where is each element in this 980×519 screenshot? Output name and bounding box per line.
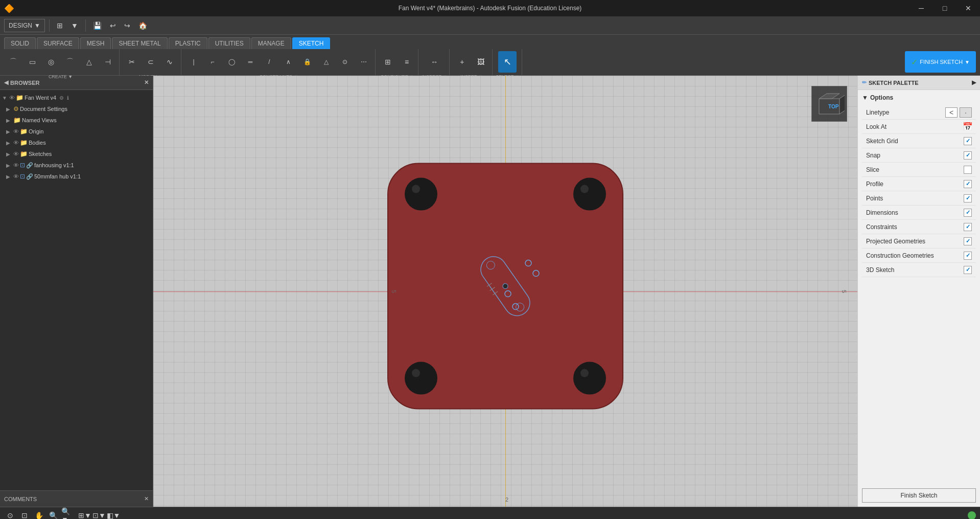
projected-geo-label: Projected Geometries: [866, 238, 925, 245]
coincident-btn[interactable]: ∧: [279, 51, 297, 73]
window-controls[interactable]: ─ □ ✕: [909, 0, 980, 16]
effects-btn[interactable]: ◧▼: [107, 509, 120, 520]
maximize-btn[interactable]: □: [933, 0, 956, 16]
lock-btn[interactable]: 🔒: [298, 51, 316, 73]
linetype-solid-btn[interactable]: <: [945, 107, 958, 118]
equal-btn[interactable]: ═: [241, 51, 260, 73]
close-btn[interactable]: ✕: [956, 0, 980, 16]
canvas-area[interactable]: 5 5 2 TOP: [153, 76, 857, 507]
insert-btn1[interactable]: +: [453, 51, 471, 73]
tab-manage[interactable]: MANAGE: [251, 37, 291, 49]
tree-item-root[interactable]: ▼ 👁 📁 Fan Went v4 ⚙ ℹ: [0, 92, 153, 103]
polygon-btn[interactable]: △: [80, 51, 98, 73]
parallel-btn[interactable]: /: [260, 51, 278, 73]
minimize-btn[interactable]: ─: [909, 0, 933, 16]
concentric-btn[interactable]: ⊙: [336, 51, 354, 73]
save-btn[interactable]: 💾: [90, 18, 105, 33]
finish-sketch-group: ✓ FINISH SKETCH ▼: [903, 49, 978, 75]
measure-btn[interactable]: ↔: [425, 51, 444, 73]
top-view-indicator[interactable]: TOP: [811, 86, 847, 122]
eye-icon[interactable]: 👁: [13, 151, 19, 157]
slot-btn[interactable]: ⊣: [99, 51, 117, 73]
linetype-dash-btn[interactable]: ·: [960, 107, 972, 118]
tab-plastic[interactable]: PLASTIC: [169, 37, 207, 49]
dimensions-checkbox[interactable]: [964, 209, 972, 217]
zoom-dropdown-btn[interactable]: 🔍▼: [61, 509, 77, 520]
tab-sheet-metal[interactable]: SHEET METAL: [112, 37, 167, 49]
3d-sketch-checkbox[interactable]: [964, 266, 972, 274]
info-icon[interactable]: ℹ: [67, 95, 69, 101]
tab-solid[interactable]: SOLID: [4, 37, 36, 49]
tab-surface[interactable]: SURFACE: [37, 37, 79, 49]
tree-item-fanhousing[interactable]: ▶ 👁 ⊡ 🔗 fanhousing v1:1: [0, 160, 153, 171]
eye-icon[interactable]: 👁: [13, 173, 19, 179]
points-checkbox[interactable]: [964, 194, 972, 202]
eye-icon[interactable]: 👁: [13, 162, 19, 168]
eye-icon[interactable]: 👁: [13, 128, 19, 134]
constraints-checkbox[interactable]: [964, 223, 972, 231]
bounding-box-btn[interactable]: ⊡: [18, 509, 31, 520]
circle-btn[interactable]: ◎: [42, 51, 60, 73]
tab-mesh[interactable]: MESH: [80, 37, 111, 49]
home-btn[interactable]: 🏠: [135, 18, 150, 33]
pan-btn[interactable]: ✋: [33, 509, 45, 520]
tab-utilities[interactable]: UTILITIES: [208, 37, 250, 49]
sketch-grid-checkbox[interactable]: [964, 137, 972, 145]
tree-item-named-views[interactable]: ▶ 📁 Named Views: [0, 115, 153, 126]
eye-icon[interactable]: 👁: [9, 95, 15, 101]
comments-toggle[interactable]: ✕: [144, 495, 149, 502]
tree-item-sketches[interactable]: ▶ 👁 📁 Sketches: [0, 148, 153, 160]
configure-btn1[interactable]: ⊞: [379, 51, 397, 73]
offset-btn[interactable]: ⊂: [142, 51, 160, 73]
undo-btn[interactable]: ↩: [107, 18, 119, 33]
select-btn[interactable]: ↖: [498, 51, 517, 73]
look-at-btn[interactable]: 📅: [964, 123, 972, 131]
create-label: CREATE ▼: [4, 73, 117, 79]
tab-sketch[interactable]: SKETCH: [292, 37, 331, 49]
symmetric-btn[interactable]: ⋯: [355, 51, 373, 73]
snap-checkbox[interactable]: [964, 151, 972, 160]
trim-btn[interactable]: ✂: [123, 51, 141, 73]
perpendicular-btn[interactable]: ⌐: [203, 51, 222, 73]
browser-close[interactable]: ✕: [144, 79, 149, 86]
file-btn[interactable]: ▼: [68, 18, 81, 33]
grid-btn[interactable]: ⊞: [54, 18, 66, 33]
tree-item-bodies[interactable]: ▶ 👁 📁 Bodies: [0, 137, 153, 148]
tangent-btn[interactable]: ◯: [222, 51, 241, 73]
tree-item-doc-settings[interactable]: ▶ ⚙ Document Settings: [0, 103, 153, 115]
options-section[interactable]: ▼ Options: [862, 94, 976, 101]
design-dropdown[interactable]: DESIGN ▼: [4, 19, 45, 32]
constraints-group: | ⌐ ◯ ═ / ∧ 🔒 △ ⊙ ⋯ CONSTRAINTS ▼: [182, 49, 376, 75]
construction-geo-label: Construction Geometries: [866, 252, 934, 259]
constraints-label: Constraints: [866, 223, 897, 231]
midpoint-btn[interactable]: △: [317, 51, 335, 73]
3d-sketch-label: 3D Sketch: [866, 266, 894, 274]
visual-style-btn[interactable]: ⊡▼: [93, 509, 105, 520]
finish-sketch-palette-btn[interactable]: Finish Sketch: [862, 488, 976, 503]
profile-checkbox[interactable]: [964, 180, 972, 188]
configure-btn2[interactable]: ≡: [398, 51, 416, 73]
folder-icon: 📁: [20, 128, 28, 135]
projected-geo-checkbox[interactable]: [964, 237, 972, 245]
tree-item-50mmfan[interactable]: ▶ 👁 ⊡ 🔗 50mmfan hub v1:1: [0, 171, 153, 182]
redo-btn[interactable]: ↪: [121, 18, 133, 33]
rect-btn[interactable]: ▭: [23, 51, 41, 73]
design-chevron: ▼: [34, 22, 40, 29]
spline-btn[interactable]: ∿: [160, 51, 179, 73]
line-btn[interactable]: ⌒: [4, 51, 22, 73]
eye-icon[interactable]: 👁: [13, 140, 19, 146]
settings-icon[interactable]: ⚙: [59, 95, 64, 101]
palette-chevron[interactable]: ▶: [972, 79, 976, 86]
zoom-btn[interactable]: 🔍: [47, 509, 59, 520]
component-icon: ⊡: [20, 162, 25, 169]
fit-view-btn[interactable]: ⊙: [4, 509, 16, 520]
slice-checkbox[interactable]: [964, 166, 972, 174]
display-mode-btn[interactable]: ⊞▼: [79, 509, 91, 520]
arc-btn[interactable]: ⌒: [61, 51, 79, 73]
tree-item-origin[interactable]: ▶ 👁 📁 Origin: [0, 126, 153, 137]
construction-geo-checkbox[interactable]: [964, 252, 972, 260]
configure-group: ⊞ ≡ CONFIGURE ▼: [377, 49, 418, 75]
finish-sketch-toolbar-btn[interactable]: ✓ FINISH SKETCH ▼: [905, 51, 976, 73]
insert-btn2[interactable]: 🖼: [472, 51, 490, 73]
horizontal-btn[interactable]: |: [184, 51, 203, 73]
